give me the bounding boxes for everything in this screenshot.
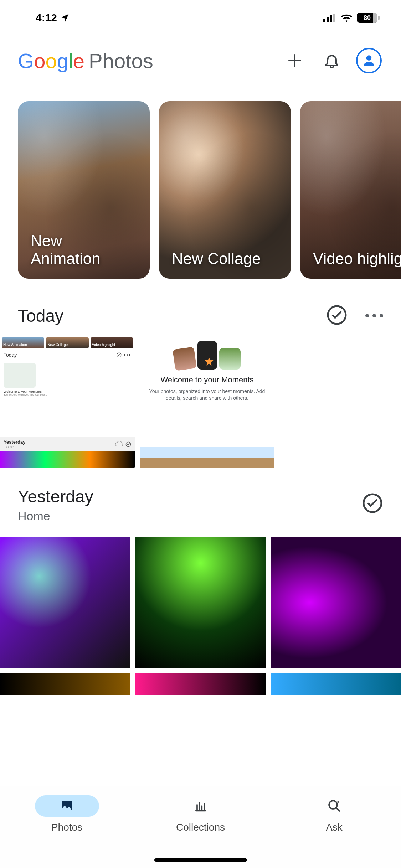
logo-photos-text: Photos (89, 49, 153, 73)
mini-welcome-title: Welcome to your Moments (4, 390, 131, 393)
check-circle-icon (362, 492, 383, 514)
photo-thumbnail[interactable] (0, 537, 130, 668)
plus-icon (286, 52, 303, 69)
dot-icon (365, 314, 369, 317)
mini-today-label: Today (4, 352, 17, 358)
photo-thumbnail[interactable] (271, 537, 401, 668)
bottom-nav: Photos Collections Ask (0, 786, 401, 868)
section-header-yesterday: Yesterday Home (0, 468, 401, 526)
photo-thumbnail[interactable] (135, 537, 266, 668)
check-circle-icon (326, 304, 348, 326)
memory-label: New Animation (31, 232, 101, 268)
mini-yesterday-label: Yesterday (4, 439, 115, 445)
bell-icon (323, 52, 340, 69)
photos-icon (60, 799, 74, 813)
home-indicator[interactable] (154, 858, 247, 862)
notifications-button[interactable] (318, 46, 346, 75)
section-subtitle: Home (18, 509, 362, 523)
nav-label: Photos (51, 822, 82, 833)
svg-rect-3 (333, 14, 335, 22)
moments-title: Welcome to your Moments (147, 375, 267, 384)
status-right: 80 (323, 13, 380, 23)
mini-welcome-desc: Your photos, organized into your best... (4, 393, 131, 396)
svg-rect-1 (327, 17, 329, 22)
status-left: 4:12 (36, 12, 70, 24)
backup-status-button[interactable] (362, 487, 383, 515)
memories-carousel[interactable]: New Animation New Collage Video highligh… (0, 86, 401, 279)
svg-rect-2 (330, 15, 332, 22)
nav-ask[interactable]: Ask (295, 795, 374, 833)
moments-description: Your photos, organized into your best mo… (147, 388, 267, 402)
add-button[interactable] (281, 46, 309, 75)
battery-indicator: 80 (357, 13, 380, 23)
nav-label: Ask (326, 822, 343, 833)
photo-thumbnail[interactable]: Welcome to your Moments Your photos, org… (140, 336, 274, 468)
memory-card-new-collage[interactable]: New Collage (159, 101, 291, 279)
nav-photos[interactable]: Photos (28, 795, 106, 833)
account-avatar-icon (356, 48, 382, 73)
app-header: Google Photos (0, 36, 401, 86)
backup-status-button[interactable] (326, 304, 348, 327)
mini-label: Video highlight (92, 343, 115, 347)
mini-label: New Collage (47, 343, 68, 347)
status-bar: 4:12 80 (0, 0, 401, 36)
mini-label: New Animation (3, 343, 27, 347)
svg-rect-0 (323, 19, 325, 22)
nav-collections[interactable]: Collections (161, 795, 240, 833)
dot-icon (372, 314, 376, 317)
battery-percent: 80 (364, 14, 371, 22)
memory-card-video-highlight[interactable]: Video highlight (300, 101, 401, 279)
section-title: Yesterday (18, 487, 362, 506)
memory-label: New Collage (172, 250, 261, 268)
cloud-check-icon (115, 441, 124, 448)
nav-label: Collections (176, 822, 225, 833)
photo-thumbnail[interactable] (271, 673, 401, 695)
dot-icon (380, 314, 383, 317)
section-title: Today (18, 306, 326, 326)
account-button[interactable] (355, 46, 383, 75)
overflow-menu-button[interactable] (365, 314, 383, 317)
collections-icon (194, 799, 208, 813)
ask-icon (327, 799, 342, 813)
check-circle-icon (117, 352, 122, 357)
check-circle-icon (125, 441, 131, 447)
yesterday-photo-grid (0, 537, 401, 695)
wifi-icon (340, 14, 353, 22)
google-photos-logo: Google Photos (18, 49, 272, 73)
status-time: 4:12 (36, 12, 57, 24)
memory-label: Video highlight (313, 250, 401, 268)
cellular-signal-icon (323, 14, 336, 22)
section-header-today: Today (0, 279, 401, 336)
photo-thumbnail[interactable]: New Animation New Collage Video highligh… (0, 336, 135, 468)
memory-card-new-animation[interactable]: New Animation (18, 101, 150, 279)
photo-thumbnail[interactable] (135, 673, 266, 695)
today-photo-grid: New Animation New Collage Video highligh… (0, 336, 401, 468)
svg-point-4 (366, 55, 372, 61)
location-arrow-icon (60, 13, 70, 23)
photo-thumbnail[interactable] (0, 673, 130, 695)
mini-home-label: Home (4, 445, 115, 449)
